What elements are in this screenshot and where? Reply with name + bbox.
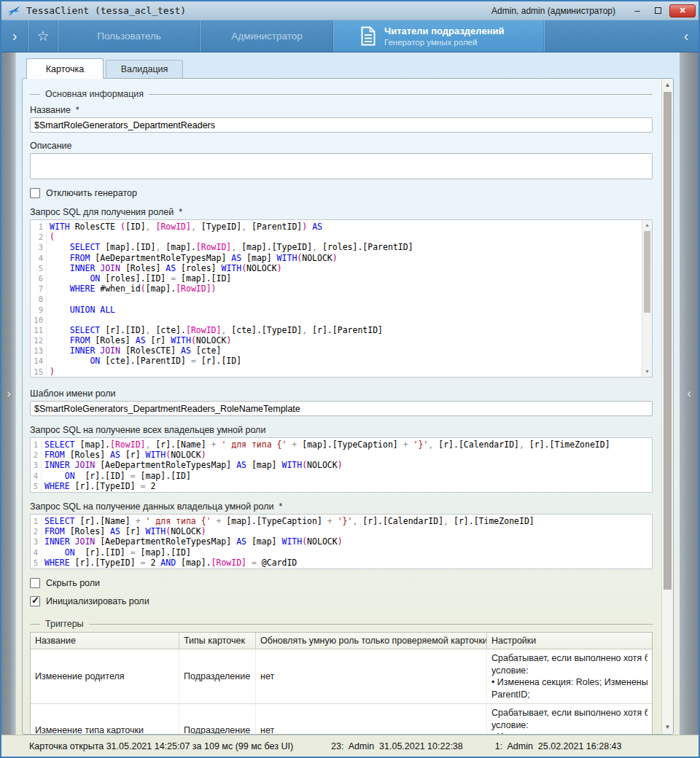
- sql-code: SELECT [map].[RowID], [r].[Name] + ' для…: [42, 439, 652, 491]
- maximize-button[interactable]: [649, 4, 666, 17]
- sql-owner-data-label: Запрос SQL на получение данных владельца…: [30, 501, 653, 512]
- tab-label: Карточка: [46, 64, 84, 74]
- checkbox-label: Инициализировать роли: [46, 596, 149, 606]
- editor-scrollbar[interactable]: ▲ ▼: [642, 220, 652, 377]
- hide-roles-checkbox-row[interactable]: Скрыть роли: [30, 578, 653, 588]
- cell-trigger-name: Изменение родителя: [31, 649, 179, 703]
- sql-editor-owners[interactable]: 12345 SELECT [map].[RowID], [r].[Name] +…: [30, 437, 653, 493]
- sql-editor-roles[interactable]: 123456789101112131415 WITH RolesCTE ([ID…: [30, 219, 653, 378]
- hide-roles-checkbox[interactable]: [30, 578, 40, 588]
- toolbar-tab-admin[interactable]: Администратор: [201, 20, 333, 52]
- star-icon: ☆: [36, 28, 49, 44]
- cell-trigger-name: Изменение типа карточки: [31, 704, 179, 734]
- maximize-icon: [655, 7, 661, 14]
- tab-validation[interactable]: Валидация: [106, 60, 183, 78]
- vertical-scrollbar[interactable]: ▲ ▼: [661, 79, 673, 734]
- table-row[interactable]: Изменение типа карточкиПодразделениенетС…: [31, 704, 652, 734]
- sql-code: WITH RolesCTE ([ID], [RowID], [TypeID], …: [47, 222, 642, 377]
- tab-label: Валидация: [121, 64, 168, 74]
- back-chevron-icon: ›: [12, 28, 18, 44]
- init-roles-checkbox[interactable]: ✓: [30, 596, 40, 606]
- current-user-label: Admin, admin (администратор): [491, 6, 615, 16]
- nav-forward-button[interactable]: ‹: [674, 20, 699, 52]
- right-panel-expander[interactable]: ‹: [680, 52, 699, 735]
- status-created: 1: Admin 25.02.2021 16:28:43: [495, 741, 622, 751]
- line-numbers: 123456789101112131415: [31, 222, 47, 377]
- minimize-button[interactable]: –: [629, 4, 646, 17]
- app-window: TessaClient (tessa_acl_test) Admin, admi…: [0, 0, 700, 758]
- scroll-down-icon[interactable]: ▼: [662, 722, 673, 732]
- status-opened: Карточка открыта 31.05.2021 14:25:07 за …: [29, 741, 293, 751]
- group-line: [30, 94, 40, 95]
- cell-update-only: нет: [256, 704, 487, 734]
- line-numbers: 12345: [31, 439, 42, 491]
- name-label: Название *: [30, 105, 653, 115]
- app-logo-icon: [7, 5, 20, 17]
- triggers-table-header: Название Типы карточек Обновлять умную р…: [31, 633, 652, 649]
- window-title: TessaClient (tessa_acl_test): [26, 5, 491, 16]
- sql-code: SELECT [r].[Name] + ' для типа {' + [map…: [42, 516, 652, 568]
- scroll-up-icon[interactable]: ▲: [642, 221, 652, 230]
- toolbar-tab-label: Пользователь: [97, 31, 161, 42]
- scrollbar-thumb[interactable]: [664, 92, 672, 590]
- group-title: Основная информация: [40, 89, 149, 99]
- triggers-table: Название Типы карточек Обновлять умную р…: [30, 632, 653, 734]
- status-bar: Карточка открыта 31.05.2021 14:25:07 за …: [1, 735, 699, 757]
- column-header[interactable]: Типы карточек: [179, 633, 256, 649]
- sql-owners-label: Запрос SQL на получение всех владельцев …: [30, 425, 653, 435]
- column-header[interactable]: Название: [31, 633, 179, 649]
- group-line: [89, 624, 653, 625]
- scroll-down-icon[interactable]: ▼: [642, 367, 652, 376]
- main-area: › Карточка Валидация Основная информация…: [1, 52, 699, 735]
- name-input[interactable]: [30, 117, 653, 133]
- main-toolbar: › ☆ Пользователь Администратор Читатели …: [1, 20, 699, 52]
- triggers-table-body: Изменение родителяПодразделениенетСрабат…: [31, 649, 652, 734]
- sql-editor-owner-data[interactable]: 12345 SELECT [r].[Name] + ' для типа {' …: [30, 514, 653, 569]
- toolbar-tab-label: Администратор: [231, 31, 302, 42]
- column-header[interactable]: Настройки: [487, 633, 652, 649]
- scroll-up-icon[interactable]: ▲: [662, 80, 673, 90]
- left-expander-chevron-icon: ›: [1, 386, 16, 401]
- disable-generator-checkbox[interactable]: [30, 188, 40, 198]
- right-expander-chevron-icon: ‹: [680, 386, 699, 401]
- active-tab-title: Читатели подразделений: [384, 26, 504, 37]
- group-line: [30, 624, 40, 625]
- disable-generator-checkbox-row[interactable]: Отключить генератор: [30, 188, 653, 198]
- left-panel-expander[interactable]: ›: [1, 52, 16, 735]
- group-main-info: Основная информация: [30, 89, 653, 99]
- checkbox-label: Скрыть роли: [46, 578, 100, 588]
- description-input[interactable]: [30, 153, 653, 179]
- checkbox-label: Отключить генератор: [46, 188, 137, 198]
- table-row[interactable]: Изменение родителяПодразделениенетСрабат…: [31, 649, 652, 704]
- toolbar-separator: [544, 20, 545, 52]
- cell-card-types: Подразделение: [179, 649, 256, 703]
- group-triggers: Триггеры: [30, 619, 653, 629]
- column-header[interactable]: Обновлять умную роль только проверяемой …: [256, 633, 487, 649]
- forward-chevron-icon: ‹: [684, 28, 689, 44]
- toolbar-tab-user[interactable]: Пользователь: [58, 20, 200, 52]
- init-roles-checkbox-row[interactable]: ✓ Инициализировать роли: [30, 596, 653, 606]
- card-form: Основная информация Название * Описание …: [23, 79, 661, 734]
- template-input[interactable]: [30, 401, 653, 416]
- cell-update-only: нет: [256, 649, 487, 703]
- card-tabstrip: Карточка Валидация: [22, 58, 674, 78]
- tab-card[interactable]: Карточка: [26, 58, 104, 79]
- card-panel: Основная информация Название * Описание …: [22, 78, 674, 735]
- line-numbers: 12345: [31, 516, 42, 568]
- document-icon: [360, 26, 376, 46]
- scrollbar-thumb[interactable]: [644, 231, 650, 313]
- active-tab-subtitle: Генератор умных ролей: [384, 37, 504, 47]
- nav-back-button[interactable]: ›: [1, 20, 28, 52]
- group-title: Триггеры: [40, 619, 89, 629]
- cell-card-types: Подразделение: [179, 704, 256, 734]
- card-workspace: Карточка Валидация Основная информация Н…: [16, 52, 680, 735]
- toolbar-tab-active-card[interactable]: Читатели подразделений Генератор умных р…: [334, 20, 544, 52]
- template-label: Шаблон имени роли: [30, 388, 653, 399]
- sql-roles-label: Запрос SQL для получения ролей *: [30, 207, 653, 217]
- description-label: Описание: [30, 141, 653, 151]
- title-bar: TessaClient (tessa_acl_test) Admin, admi…: [1, 1, 699, 20]
- favorites-button[interactable]: ☆: [28, 20, 58, 52]
- close-button[interactable]: ✕: [669, 4, 696, 17]
- status-modified: 23: Admin 31.05.2021 10:22:38: [331, 741, 463, 751]
- cell-settings: Срабатывает, если выполнено хотя бы одно…: [487, 649, 652, 703]
